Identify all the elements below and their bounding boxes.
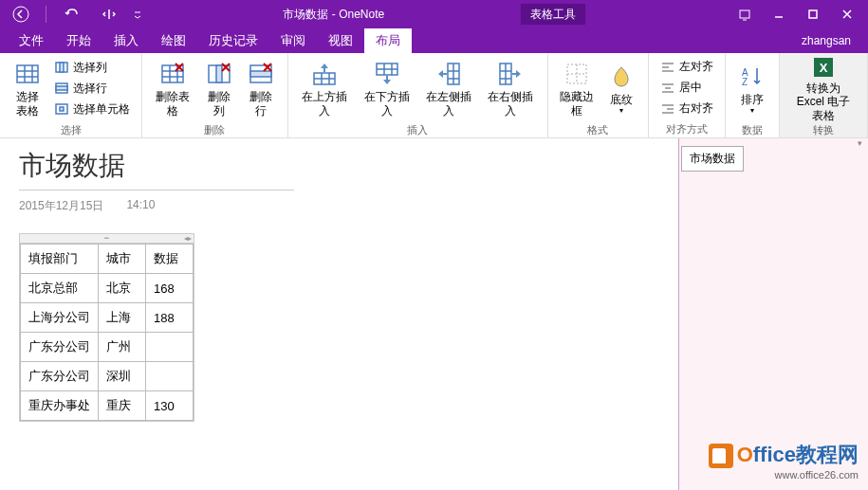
- delete-row-button[interactable]: 删除行: [240, 55, 282, 121]
- window-title: 市场数据 - OneNote: [283, 8, 384, 21]
- ribbon-display-button[interactable]: [728, 1, 762, 27]
- insert-above-icon: [309, 59, 340, 89]
- select-column-button[interactable]: 选择列: [50, 58, 134, 77]
- ribbon-group-align: 左对齐 居中 右对齐 对齐方式: [649, 53, 726, 137]
- page-time: 14:10: [126, 198, 155, 214]
- group-align-label: 对齐方式: [649, 122, 725, 137]
- align-center-icon: [660, 81, 675, 96]
- svg-rect-3: [17, 65, 38, 82]
- ribbon-group-delete: 删除表格 删除列 删除行 删除: [142, 53, 288, 137]
- insert-left-button[interactable]: 在左侧插入: [417, 55, 479, 121]
- align-center-button[interactable]: 居中: [656, 79, 717, 98]
- watermark-url: www.office26.com: [709, 469, 859, 481]
- undo-button[interactable]: [54, 1, 88, 27]
- insert-right-icon: [495, 59, 526, 89]
- align-left-icon: [660, 60, 675, 75]
- delete-row-icon: [246, 59, 276, 89]
- table-handle[interactable]: ┅: [20, 234, 194, 244]
- convert-excel-button[interactable]: X转换为 Excel 电子表格: [785, 55, 861, 121]
- ribbon-group-insert: 在上方插入 在下方插入 在左侧插入 在右侧插入 插入: [288, 53, 548, 137]
- cell-icon: [54, 101, 69, 117]
- svg-rect-9: [60, 107, 64, 111]
- sort-icon: AZ: [737, 62, 767, 92]
- dropdown-icon: ▾: [750, 106, 754, 116]
- title-divider: [19, 190, 294, 191]
- chevron-down-icon[interactable]: ▾: [858, 138, 862, 144]
- insert-left-icon: [434, 59, 464, 89]
- table-row: 填报部门 城市 数据: [21, 245, 194, 274]
- page-tab[interactable]: 市场数据: [681, 146, 744, 172]
- menu-view[interactable]: 视图: [317, 28, 364, 53]
- ribbon-group-select: 选择表格 选择列 选择行 选择单元格 选择: [0, 53, 142, 137]
- menu-history[interactable]: 历史记录: [197, 28, 269, 53]
- page-title[interactable]: 市场数据: [19, 148, 659, 184]
- insert-right-button[interactable]: 在右侧插入: [479, 55, 541, 121]
- menu-layout[interactable]: 布局: [364, 28, 412, 53]
- table-row: 北京总部北京168: [21, 274, 194, 303]
- content-area: 市场数据 2015年12月15日 14:10 ┅ 填报部门 城市 数据 北京总部…: [0, 138, 868, 490]
- user-label[interactable]: zhangsan: [802, 34, 860, 47]
- select-row-button[interactable]: 选择行: [50, 79, 134, 98]
- table-icon: [12, 59, 43, 89]
- ribbon-group-data: AZ排序▾ 数据: [726, 53, 780, 137]
- svg-text:X: X: [820, 61, 828, 75]
- context-tab-label: 表格工具: [521, 4, 585, 25]
- hide-borders-icon: [562, 59, 592, 89]
- align-right-icon: [660, 101, 675, 117]
- insert-below-icon: [372, 59, 402, 89]
- menu-review[interactable]: 审阅: [269, 28, 317, 53]
- menu-start[interactable]: 开始: [55, 28, 102, 53]
- data-table-container[interactable]: ┅ 填报部门 城市 数据 北京总部北京168 上海分公司上海188 广东分公司广…: [19, 233, 194, 422]
- insert-above-button[interactable]: 在上方插入: [294, 55, 356, 121]
- touch-mode-button[interactable]: [92, 1, 126, 27]
- minimize-button[interactable]: [762, 1, 796, 27]
- select-table-button[interactable]: 选择表格: [6, 55, 48, 121]
- data-table[interactable]: 填报部门 城市 数据 北京总部北京168 上海分公司上海188 广东分公司广州 …: [20, 244, 194, 421]
- menu-insert[interactable]: 插入: [102, 28, 150, 53]
- svg-rect-7: [56, 86, 67, 90]
- svg-rect-2: [809, 10, 817, 18]
- table-row: 重庆办事处重庆130: [21, 391, 194, 421]
- shading-button[interactable]: 底纹▾: [600, 55, 642, 121]
- table-row: 上海分公司上海188: [21, 303, 194, 333]
- watermark-icon: [709, 444, 733, 468]
- close-button[interactable]: [830, 1, 864, 27]
- sort-button[interactable]: AZ排序▾: [731, 55, 773, 121]
- dropdown-icon: ▾: [619, 106, 623, 116]
- maximize-button[interactable]: [796, 1, 830, 27]
- table-cell[interactable]: 填报部门: [21, 245, 99, 274]
- svg-point-0: [13, 7, 28, 22]
- align-right-button[interactable]: 右对齐: [656, 100, 717, 118]
- svg-rect-5: [60, 63, 64, 72]
- ribbon-group-convert: X转换为 Excel 电子表格 转换: [780, 53, 868, 137]
- svg-text:Z: Z: [742, 77, 748, 87]
- note-page[interactable]: 市场数据 2015年12月15日 14:10 ┅ 填报部门 城市 数据 北京总部…: [0, 138, 678, 490]
- hide-borders-button[interactable]: 隐藏边框: [554, 55, 600, 121]
- window-titlebar: 市场数据 - OneNote 表格工具: [0, 0, 868, 28]
- select-cell-button[interactable]: 选择单元格: [50, 100, 134, 118]
- watermark: Office教程网 www.office26.com: [709, 441, 859, 481]
- shading-icon: [606, 62, 637, 92]
- qat-customize-button[interactable]: [130, 1, 145, 27]
- menu-draw[interactable]: 绘图: [150, 28, 197, 53]
- table-row: 广东分公司广州: [21, 333, 194, 362]
- table-cell[interactable]: 城市: [99, 245, 146, 274]
- ribbon-group-format: 隐藏边框 底纹▾ 格式: [548, 53, 649, 137]
- excel-icon: X: [808, 54, 839, 81]
- insert-below-button[interactable]: 在下方插入: [356, 55, 417, 121]
- delete-table-button[interactable]: 删除表格: [148, 55, 198, 121]
- table-cell[interactable]: 数据: [146, 245, 194, 274]
- svg-rect-14: [250, 71, 271, 77]
- menubar: 文件 开始 插入 绘图 历史记录 审阅 视图 布局 zhangsan: [0, 28, 868, 53]
- menu-file[interactable]: 文件: [8, 28, 55, 53]
- ribbon: 选择表格 选择列 选择行 选择单元格 选择 删除表格 删除列 删除行: [0, 53, 868, 138]
- delete-table-icon: [157, 59, 188, 89]
- back-button[interactable]: [4, 1, 38, 27]
- row-icon: [54, 81, 69, 96]
- delete-column-button[interactable]: 删除列: [198, 55, 240, 121]
- align-left-button[interactable]: 左对齐: [656, 58, 717, 77]
- group-delete-label: 删除: [142, 123, 287, 137]
- page-list-panel: ▾ 市场数据: [678, 138, 868, 490]
- delete-column-icon: [204, 59, 234, 89]
- group-select-label: 选择: [0, 123, 141, 137]
